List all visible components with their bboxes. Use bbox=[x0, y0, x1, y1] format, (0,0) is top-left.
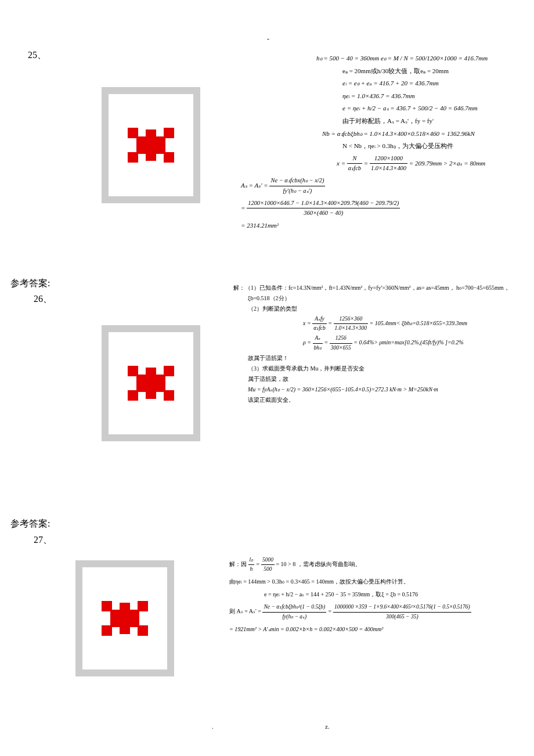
solution-26: 解：（1）已知条件：fc=14.3N/mm²，ft=1.43N/mm²，fy=f… bbox=[233, 283, 524, 406]
eq-line: e = ηeᵢ + h/2 − aₛ = 436.7 + 500/2 − 40 … bbox=[342, 103, 525, 114]
eq-line: ηeᵢ = 1.0×436.7 = 436.7mm bbox=[342, 91, 525, 102]
image-placeholder-2 bbox=[102, 325, 200, 441]
eq-line: x = Aₛfyα₁fcb = 1256×3601.0×14.3×300 = 1… bbox=[303, 315, 524, 333]
eq-line: （2）判断梁的类型 bbox=[248, 304, 524, 314]
eq-line: 解：（1）已知条件：fc=14.3N/mm²，ft=1.43N/mm²，fy=f… bbox=[233, 283, 524, 293]
image-placeholder-3 bbox=[75, 560, 174, 676]
eq-line: Aₛ = Aₛ' = Ne − α₁fcbx(h₀ − x/2)fy'(h₀ −… bbox=[241, 176, 525, 196]
eq-line: = 2314.21mm² bbox=[241, 221, 525, 231]
eq-line: 该梁正截面安全。 bbox=[248, 395, 524, 405]
eq-line: N < Nb，ηeᵢ > 0.3h₀，为大偏心受压构件 bbox=[342, 141, 525, 152]
eq-line: 故属于适筋梁！ bbox=[248, 354, 524, 363]
eq-line: eᵢ = e₀ + eₐ = 416.7 + 20 = 436.7mm bbox=[342, 78, 525, 89]
eq-line: 属于适筋梁，故 bbox=[248, 375, 524, 384]
eq-line: e = ηeᵢ + h/2 − aₛ = 144 + 250 − 35 = 35… bbox=[264, 590, 525, 599]
header-dash: - bbox=[267, 35, 269, 44]
question-25-label: 25、 bbox=[28, 49, 46, 62]
eq-line: 由于对称配筋，Aₛ = Aₛ'，fy = fy' bbox=[342, 116, 525, 127]
answer-label-2: 参考答案: bbox=[10, 518, 50, 530]
eq-line: h₀ = 500 − 40 = 360mm e₀ = M / N = 500/1… bbox=[316, 53, 525, 64]
eq-line: ξb=0.518（2分） bbox=[248, 294, 524, 303]
eq-line: eₐ = 20mm或h/30较大值，取eₐ = 20mm bbox=[342, 66, 525, 77]
footer-dot: . bbox=[212, 723, 214, 730]
broken-image-icon bbox=[128, 128, 174, 163]
solution-25: h₀ = 500 − 40 = 360mm e₀ = M / N = 500/1… bbox=[241, 53, 525, 233]
eq-line: （3）求截面受弯承载力 Mu，并判断是否安全 bbox=[248, 364, 524, 373]
broken-image-icon bbox=[128, 366, 174, 401]
eq-line: 则 Aₛ = Aₛ' = Ne − α₁fcbξbh₀²(1 − 0.5ξb)f… bbox=[229, 603, 525, 621]
question-27-label: 27、 bbox=[34, 534, 52, 546]
eq-line: ρ = Aₛbh₀ = 1256300×655 = 0.64%> ρmin=ma… bbox=[303, 334, 524, 352]
eq-line: Mu = fyAₛ(h₀ − x/2) = 360×1256×(655−105.… bbox=[248, 385, 524, 394]
eq-line: Nb = α₁fcbξbh₀ = 1.0×14.3×400×0.518×460 … bbox=[322, 129, 525, 139]
solution-27: 解：因 l₀h = 5000500 = 10 > 8 ，需考虑纵向弯曲影响。 由… bbox=[229, 556, 525, 638]
question-26-label: 26、 bbox=[34, 293, 52, 305]
answer-label-1: 参考答案: bbox=[10, 278, 50, 290]
eq-line: 由ηeᵢ = 144mm > 0.3h₀ = 0.3×465 = 140mm，故… bbox=[229, 577, 525, 586]
eq-line: x = Nα₁fcb = 1200×10001.0×14.3×400 = 209… bbox=[337, 154, 525, 174]
eq-line: = 1921mm² > A'ₛmin = 0.002×b×h = 0.002×4… bbox=[229, 625, 525, 634]
image-placeholder-1 bbox=[102, 87, 200, 203]
footer-z: z. bbox=[325, 723, 330, 730]
eq-line: = 1200×1000×646.7 − 1.0×14.3×400×209.79(… bbox=[241, 199, 525, 218]
broken-image-icon bbox=[102, 601, 148, 636]
eq-line: 解：因 l₀h = 5000500 = 10 > 8 ，需考虑纵向弯曲影响。 bbox=[229, 556, 525, 574]
